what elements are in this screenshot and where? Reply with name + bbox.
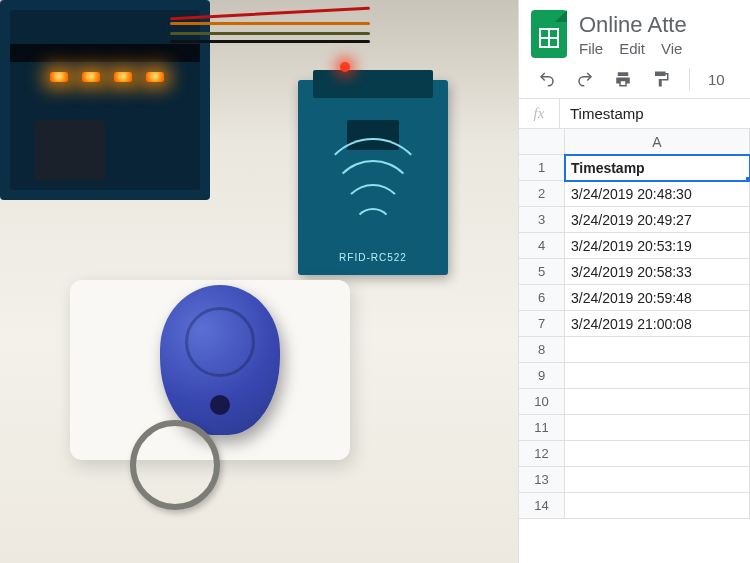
formula-input[interactable]: Timestamp xyxy=(560,105,644,122)
table-row: 53/24/2019 20:58:33 xyxy=(519,259,750,285)
table-row: 8 xyxy=(519,337,750,363)
keyring xyxy=(130,420,220,510)
column-header-row: A xyxy=(519,129,750,155)
row-number[interactable]: 4 xyxy=(519,233,565,259)
row-number[interactable]: 3 xyxy=(519,207,565,233)
table-row: 73/24/2019 21:00:08 xyxy=(519,311,750,337)
undo-icon[interactable] xyxy=(537,69,557,89)
cell[interactable]: 3/24/2019 20:49:27 xyxy=(565,207,750,233)
cell[interactable]: 3/24/2019 21:00:08 xyxy=(565,311,750,337)
row-number[interactable]: 8 xyxy=(519,337,565,363)
board-led xyxy=(114,72,132,82)
cell[interactable] xyxy=(565,493,750,519)
arduino-board xyxy=(0,0,210,200)
table-row: 43/24/2019 20:53:19 xyxy=(519,233,750,259)
table-row: 23/24/2019 20:48:30 xyxy=(519,181,750,207)
google-sheets-logo-icon[interactable] xyxy=(531,10,567,58)
cell[interactable]: 3/24/2019 20:53:19 xyxy=(565,233,750,259)
cell[interactable] xyxy=(565,441,750,467)
column-header-a[interactable]: A xyxy=(565,129,750,155)
row-number[interactable]: 5 xyxy=(519,259,565,285)
row-number[interactable]: 14 xyxy=(519,493,565,519)
jumper-wire xyxy=(170,32,370,35)
zoom-dropdown[interactable]: 10 xyxy=(708,71,725,88)
spreadsheet-grid[interactable]: A 1Timestamp 23/24/2019 20:48:30 33/24/2… xyxy=(519,129,750,563)
cell[interactable] xyxy=(565,337,750,363)
jumper-wire xyxy=(170,40,370,43)
menu-bar: File Edit Vie xyxy=(579,40,687,57)
jumper-wire xyxy=(170,22,370,25)
table-row: 13 xyxy=(519,467,750,493)
row-number[interactable]: 7 xyxy=(519,311,565,337)
board-led xyxy=(50,72,68,82)
menu-file[interactable]: File xyxy=(579,40,603,57)
cell[interactable] xyxy=(565,389,750,415)
row-number[interactable]: 12 xyxy=(519,441,565,467)
google-sheets-window: Online Atte File Edit Vie 10 fx Timestam… xyxy=(518,0,750,563)
print-icon[interactable] xyxy=(613,69,633,89)
hardware-photo: RFID-RC522 xyxy=(0,0,518,563)
row-number[interactable]: 1 xyxy=(519,155,565,181)
cell[interactable] xyxy=(565,363,750,389)
row-number[interactable]: 9 xyxy=(519,363,565,389)
sd-slot xyxy=(35,120,105,180)
cell[interactable]: 3/24/2019 20:48:30 xyxy=(565,181,750,207)
document-title[interactable]: Online Atte xyxy=(579,12,687,38)
toolbar: 10 xyxy=(519,62,750,99)
table-row: 11 xyxy=(519,415,750,441)
rfid-module-label: RFID-RC522 xyxy=(298,252,448,263)
cell[interactable] xyxy=(565,415,750,441)
rfid-module: RFID-RC522 xyxy=(298,80,448,275)
row-number[interactable]: 11 xyxy=(519,415,565,441)
fx-icon: fx xyxy=(519,105,559,122)
menu-view[interactable]: Vie xyxy=(661,40,682,57)
board-led xyxy=(82,72,100,82)
board-led xyxy=(146,72,164,82)
table-row: 63/24/2019 20:59:48 xyxy=(519,285,750,311)
row-number[interactable]: 2 xyxy=(519,181,565,207)
table-row: 1Timestamp xyxy=(519,155,750,181)
table-row: 12 xyxy=(519,441,750,467)
table-row: 14 xyxy=(519,493,750,519)
cell-a1[interactable]: Timestamp xyxy=(565,155,750,181)
cell[interactable] xyxy=(565,467,750,493)
rfid-power-led xyxy=(340,62,350,72)
row-number[interactable]: 13 xyxy=(519,467,565,493)
table-row: 10 xyxy=(519,389,750,415)
cell[interactable]: 3/24/2019 20:58:33 xyxy=(565,259,750,285)
table-row: 9 xyxy=(519,363,750,389)
table-row: 33/24/2019 20:49:27 xyxy=(519,207,750,233)
menu-edit[interactable]: Edit xyxy=(619,40,645,57)
rfid-keyfob xyxy=(160,285,280,435)
formula-bar: fx Timestamp xyxy=(519,99,750,129)
row-number[interactable]: 6 xyxy=(519,285,565,311)
paint-format-icon[interactable] xyxy=(651,69,671,89)
select-all-corner[interactable] xyxy=(519,129,565,155)
cell[interactable]: 3/24/2019 20:59:48 xyxy=(565,285,750,311)
row-number[interactable]: 10 xyxy=(519,389,565,415)
redo-icon[interactable] xyxy=(575,69,595,89)
